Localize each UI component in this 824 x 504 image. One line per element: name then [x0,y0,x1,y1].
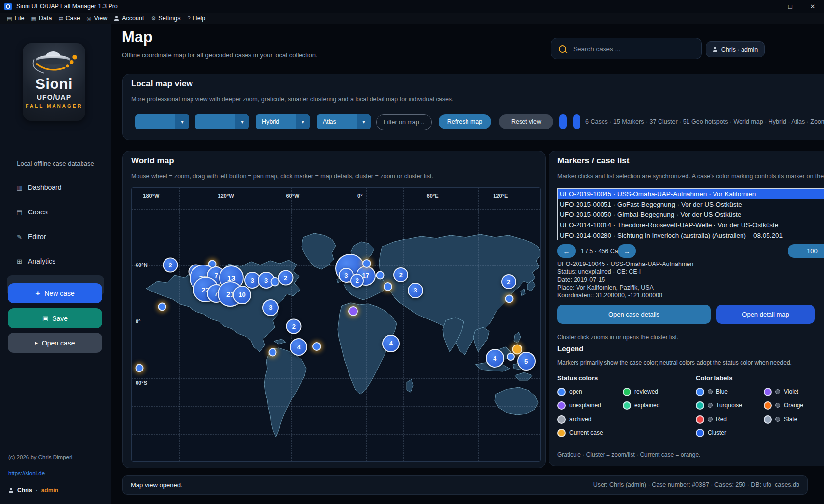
graticule-line [441,188,441,461]
save-button[interactable]: ▣ Save [8,308,102,328]
map-marker[interactable] [312,342,321,351]
legend-label: Cluster [708,429,726,436]
legend-label: Slate [784,416,797,423]
sidebar-user: Chris · admin [8,487,58,494]
status-message: Map view opened. [131,481,183,489]
menu-item-label: File [14,15,24,22]
map-select-1[interactable]: ▾ [135,114,189,129]
legend-row: archived [557,414,626,424]
sidebar-item-editor[interactable]: ✎Editor [7,230,104,243]
menu-icon: ? [187,16,190,21]
world-map-plot[interactable]: 180°W120°W60°W0°60°E120°E60°N0°60°S 2227… [131,187,541,462]
menu-item-case[interactable]: ⇄Case [58,15,80,22]
world-map-card: World map Mouse wheel = zoom, drag with … [122,151,546,468]
search-icon [559,45,566,53]
page-size-button[interactable]: 100 [788,244,824,258]
website-link[interactable]: https://sioni.de [8,470,45,476]
sidebar-item-dashboard[interactable]: ▥Dashboard [7,181,104,194]
legend-row: Current case [557,428,626,438]
map-cluster-marker[interactable]: 10 [233,286,251,304]
menu-item-view[interactable]: ◎View [87,15,107,22]
map-marker[interactable] [507,353,515,361]
map-select-2[interactable]: ▾ [195,114,249,129]
sidebar-item-label: Analytics [28,257,55,265]
legend-color-dot [557,388,566,396]
refresh-map-button[interactable]: Refresh map [439,114,491,129]
map-cluster-marker[interactable]: 2 [350,274,364,288]
map-marker[interactable] [362,259,371,268]
brand-line2: UFO/UAP [37,93,71,101]
menu-item-account[interactable]: Account [114,15,144,22]
sidebar-item-analytics[interactable]: ⊞Analytics [7,254,104,268]
map-select-3[interactable]: Hybrid▾ [256,114,310,129]
sidebar-item-label: Cases [28,208,48,216]
menu-item-file[interactable]: ▤File [7,15,25,22]
menu-item-data[interactable]: ▦Data [31,15,52,22]
chevron-down-icon: ▾ [175,114,189,129]
map-cluster-marker[interactable]: 4 [290,338,307,356]
map-marker[interactable] [158,302,166,311]
map-cluster-marker[interactable]: 4 [382,335,400,352]
prev-page-button[interactable]: ← [557,244,576,258]
longitude-label: 120°W [218,193,234,199]
menu-item-settings[interactable]: ⚙Settings [151,15,180,22]
toolbar-pill-button[interactable] [559,114,567,129]
map-marker[interactable] [505,295,513,303]
map-select-4[interactable]: Atlas▾ [317,114,371,129]
map-cluster-marker[interactable]: 2 [393,267,408,282]
case-row[interactable]: UFO-2019-10045 · USS-Omaha-UAP-Aufnahmen… [558,189,824,199]
case-listbox[interactable]: UFO-2019-10045 · USS-Omaha-UAP-Aufnahmen… [557,188,824,240]
menu-icon: ⇄ [58,16,63,21]
color-labels-heading: Color labels [696,374,732,382]
menu-icon: ▦ [31,16,36,21]
case-row[interactable]: UFO-2015-00051 · GoFast-Begegnung · Vor … [558,199,824,210]
next-page-button[interactable]: → [618,244,636,258]
map-marker[interactable] [348,306,358,316]
toolbar-title: Local map view [131,79,193,89]
map-cluster-marker[interactable]: 3 [408,283,423,298]
sidebar-item-cases[interactable]: ▤Cases [7,205,104,219]
open-case-details-button[interactable]: Open case details [557,305,711,324]
legend-color-dot [696,415,704,424]
reset-view-button[interactable]: Reset view [499,114,553,129]
map-cluster-marker[interactable]: 2 [278,270,293,286]
case-detail-line: Place: Vor Kalifornien, Pazifik, USA [557,284,693,292]
search-input[interactable] [572,45,701,53]
case-row[interactable]: UFO-2014-10014 · Theodore-Roosevelt-UAP-… [558,220,824,230]
close-button[interactable]: ✕ [801,0,824,13]
open-case-button[interactable]: ▸ Open case [8,333,102,353]
user-chip[interactable]: Chris · admin [706,41,765,57]
legend-row: reviewed [623,387,691,397]
map-marker[interactable] [269,348,277,356]
menu-item-label: Case [66,15,80,22]
map-marker[interactable] [376,271,384,280]
map-cluster-marker[interactable]: 2 [501,274,516,289]
graticule-line [142,188,142,461]
map-cluster-marker[interactable]: 2 [286,318,302,334]
case-row[interactable]: UFO-2014-00280 · Sichtung in Inverloch (… [558,230,824,240]
analytics-icon: ⊞ [16,258,23,265]
legend-label: open [569,388,582,395]
map-marker[interactable] [135,364,143,372]
new-case-button[interactable]: + New case [8,283,102,303]
cluster-note: Cluster click zooms in or opens the clus… [557,334,678,341]
sidebar: Sioni UFO/UAP FALL MANAGER Local offline… [0,24,111,504]
maximize-button[interactable]: □ [779,0,801,13]
minimize-button[interactable]: – [756,0,779,13]
graticule-line [132,350,540,350]
graticule-line [132,209,540,210]
floppy-icon: ▣ [42,315,48,322]
map-marker[interactable] [384,282,392,291]
case-row[interactable]: UFO-2015-00050 · Gimbal-Begegnung · Vor … [558,210,824,220]
filter-on-map-button[interactable]: Filter on map .. [376,114,432,130]
graticule-line [132,238,540,238]
map-cluster-marker[interactable]: 2 [163,258,178,273]
map-cluster-marker[interactable]: 4 [486,349,504,368]
menu-item-help[interactable]: ?Help [187,15,205,22]
app-icon [4,3,12,10]
map-cluster-marker[interactable]: 3 [262,299,279,316]
map-cluster-marker[interactable]: 5 [517,352,536,371]
toolbar-pill-button[interactable] [573,114,580,129]
open-detail-map-button[interactable]: Open detail map [716,305,815,324]
latitude-label: 0° [136,318,141,324]
